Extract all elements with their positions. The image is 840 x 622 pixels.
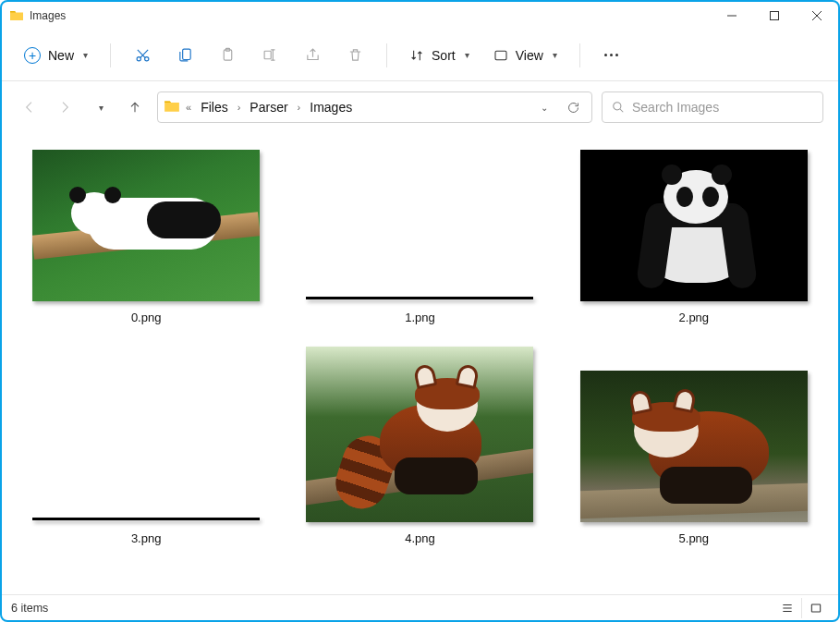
chevron-right-icon: ›	[236, 102, 243, 113]
back-button[interactable]	[17, 94, 43, 120]
svg-rect-1	[771, 12, 779, 20]
file-name: 4.png	[405, 531, 435, 545]
toolbar: + New ▾ Sort ▾ View	[2, 30, 838, 81]
separator	[386, 43, 387, 67]
thumbnail	[306, 150, 533, 301]
copy-button[interactable]	[166, 39, 203, 72]
sort-button[interactable]: Sort ▾	[400, 39, 479, 72]
separator	[579, 43, 580, 67]
cut-button[interactable]	[124, 39, 161, 72]
thumbnail-view-button[interactable]	[801, 598, 829, 618]
thumbnail	[32, 150, 260, 301]
svg-rect-10	[495, 51, 506, 59]
nav-row: ▾ « Files › Parser › Images ⌄	[2, 81, 838, 133]
svg-rect-9	[264, 51, 271, 59]
svg-rect-12	[811, 604, 820, 611]
view-button-label: View	[516, 48, 543, 63]
svg-point-11	[614, 103, 621, 110]
more-button[interactable]	[593, 39, 630, 72]
breadcrumb-segment[interactable]: Images	[306, 98, 356, 116]
file-name: 5.png	[679, 531, 710, 545]
window-title: Images	[30, 9, 66, 22]
chevron-down-icon: ⌄	[541, 103, 548, 113]
thumbnail	[306, 347, 533, 522]
breadcrumb-segment[interactable]: Files	[197, 98, 232, 116]
explorer-window: Images + New ▾	[0, 0, 840, 622]
paste-button[interactable]	[209, 39, 246, 72]
status-item-count: 6 items	[11, 602, 48, 615]
new-button-label: New	[48, 48, 74, 63]
folder-icon	[164, 98, 180, 117]
folder-icon	[9, 8, 24, 23]
view-switch	[773, 598, 829, 618]
file-item[interactable]: 2.png	[576, 150, 812, 324]
file-name: 1.png	[405, 311, 435, 324]
file-item[interactable]: 1.png	[301, 150, 538, 324]
details-view-button[interactable]	[773, 598, 801, 618]
file-item[interactable]: 4.png	[301, 347, 538, 545]
thumbnail	[32, 347, 260, 522]
window-controls	[711, 2, 838, 30]
file-item[interactable]: 5.png	[576, 347, 812, 545]
search-icon	[612, 101, 625, 114]
chevron-down-icon: ▾	[83, 50, 88, 60]
minimize-button[interactable]	[711, 2, 753, 30]
address-dropdown-button[interactable]: ⌄	[530, 103, 556, 113]
refresh-button[interactable]	[560, 101, 586, 115]
share-button[interactable]	[294, 39, 331, 72]
view-icon	[493, 48, 508, 63]
breadcrumb-segment[interactable]: Parser	[246, 98, 291, 116]
up-button[interactable]	[122, 94, 148, 120]
breadcrumb-overflow[interactable]: «	[184, 102, 193, 113]
svg-rect-6	[182, 49, 190, 59]
file-item[interactable]: 0.png	[28, 150, 264, 324]
search-box[interactable]	[602, 91, 823, 123]
file-name: 3.png	[131, 531, 162, 545]
separator	[110, 43, 111, 67]
more-icon	[604, 54, 618, 56]
thumbnail	[580, 347, 808, 522]
status-bar: 6 items	[2, 594, 838, 620]
delete-button[interactable]	[336, 39, 373, 72]
file-grid: 0.png 1.png 2.png 3.png	[2, 133, 838, 594]
svg-point-4	[137, 57, 140, 61]
chevron-down-icon: ▾	[553, 50, 557, 60]
new-button[interactable]: + New ▾	[15, 39, 97, 72]
plus-icon: +	[24, 47, 41, 64]
thumbnail	[580, 150, 808, 301]
chevron-down-icon: ▾	[465, 50, 469, 60]
recent-button[interactable]: ▾	[87, 94, 113, 120]
chevron-right-icon: ›	[296, 102, 303, 113]
close-button[interactable]	[796, 2, 838, 30]
view-button[interactable]: View ▾	[484, 39, 566, 72]
rename-button[interactable]	[251, 39, 288, 72]
titlebar: Images	[2, 2, 838, 30]
svg-point-5	[144, 57, 148, 61]
maximize-button[interactable]	[753, 2, 796, 30]
chevron-down-icon: ▾	[99, 103, 103, 113]
forward-button[interactable]	[52, 94, 78, 120]
search-input[interactable]	[632, 100, 813, 115]
file-name: 2.png	[679, 311, 710, 324]
sort-icon	[409, 48, 424, 63]
sort-button-label: Sort	[432, 48, 456, 63]
file-name: 0.png	[131, 311, 162, 324]
file-item[interactable]: 3.png	[28, 347, 264, 545]
address-bar[interactable]: « Files › Parser › Images ⌄	[157, 91, 592, 123]
